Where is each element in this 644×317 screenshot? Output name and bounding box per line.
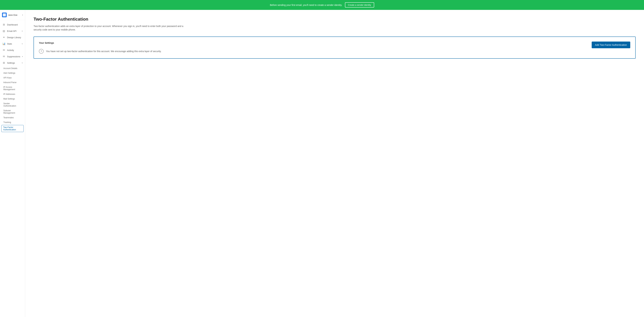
settings-icon: ⊞ [2, 61, 5, 64]
sidebar-item-label: Activity [7, 49, 14, 51]
stats-icon: 📊 [2, 42, 5, 45]
sidebar-item-design-library[interactable]: ✦ Design Library [0, 34, 25, 40]
settings-card: Your Settings ? You have not set up two-… [34, 37, 635, 58]
settings-card-wrapper: Your Settings ? You have not set up two-… [34, 36, 636, 59]
sidebar-item-mail-settings[interactable]: Mail Settings [0, 96, 25, 101]
sidebar-item-suppressions[interactable]: ✉ Suppressions ▾ [0, 53, 25, 60]
chevron-down-icon: ▾ [22, 56, 23, 57]
sidebar-item-label: Design Library [7, 36, 21, 39]
sidebar-item-api-keys[interactable]: API Keys [0, 75, 25, 80]
main-content: Two-Factor Authentication Two-factor aut… [25, 10, 644, 317]
card-left: Your Settings ? You have not set up two-… [39, 41, 161, 54]
sidebar-item-label: Suppressions [7, 55, 20, 58]
chevron-down-icon: ▾ [22, 30, 23, 32]
suppressions-icon: ✉ [2, 55, 5, 58]
card-info-row: ? You have not set up two-factor authent… [39, 49, 161, 54]
add-two-factor-authentication-button[interactable]: Add Two-Factor Authentication [592, 41, 630, 48]
chevron-down-icon: ▾ [22, 62, 23, 64]
sidebar-nav: ⊞ Dashboard ▤ Email API ▾ ✦ Design Libra… [0, 20, 25, 317]
avatar [2, 12, 7, 17]
chevron-down-icon: ▾ [22, 43, 23, 45]
sidebar-item-email-api[interactable]: ▤ Email API ▾ [0, 28, 25, 34]
banner-message: Before sending your first email, you'll … [270, 4, 342, 6]
dashboard-icon: ⊞ [2, 23, 5, 26]
question-circle-icon: ? [39, 49, 44, 54]
user-name: Jane Doe [8, 14, 21, 16]
settings-sub-nav: Account Details Alert Settings API Keys … [0, 66, 25, 132]
card-section-title: Your Settings [39, 41, 161, 44]
sidebar-item-subuser-management[interactable]: Subuser Management [0, 108, 25, 115]
sidebar-item-two-factor-authentication[interactable]: Two-Factor Authentication [1, 125, 24, 132]
card-info-text: You have not set up two-factor authentic… [46, 50, 161, 53]
chevron-down-icon: ▾ [22, 14, 23, 16]
sidebar-item-ip-addresses[interactable]: IP Addresses [0, 92, 25, 96]
top-banner: Before sending your first email, you'll … [0, 0, 644, 10]
user-menu[interactable]: Jane Doe ▾ [0, 10, 25, 20]
sidebar-item-stats[interactable]: 📊 Stats ▾ [0, 40, 25, 47]
sidebar-item-label: Stats [7, 42, 12, 45]
design-library-icon: ✦ [2, 36, 5, 39]
sidebar-item-tracking[interactable]: Tracking [0, 120, 25, 125]
sidebar: Jane Doe ▾ ⊞ Dashboard ▤ Email API ▾ [0, 10, 25, 317]
sidebar-item-account-details[interactable]: Account Details [0, 66, 25, 71]
page-title: Two-Factor Authentication [34, 16, 636, 22]
sidebar-item-inbound-parse[interactable]: Inbound Parse [0, 80, 25, 85]
sidebar-item-sender-authentication[interactable]: Sender Authentication [0, 101, 25, 108]
activity-icon: ✉ [2, 49, 5, 52]
sidebar-item-dashboard[interactable]: ⊞ Dashboard [0, 21, 25, 28]
sidebar-item-ip-access-management[interactable]: IP Access Management [0, 85, 25, 92]
sidebar-item-activity[interactable]: ✉ Activity [0, 47, 25, 53]
sidebar-item-label: Email API [7, 30, 16, 32]
create-sender-identity-button[interactable]: Create a sender identity [345, 2, 374, 7]
layout: Jane Doe ▾ ⊞ Dashboard ▤ Email API ▾ [0, 10, 644, 317]
sidebar-item-label: Settings [7, 62, 15, 64]
sidebar-item-label: Dashboard [7, 23, 18, 26]
avatar-inner [3, 13, 6, 16]
page-description: Two-factor authentication adds an extra … [34, 24, 184, 31]
sidebar-item-teammates[interactable]: Teammates [0, 115, 25, 120]
sidebar-item-settings[interactable]: ⊞ Settings ▾ [0, 60, 25, 66]
sidebar-item-alert-settings[interactable]: Alert Settings [0, 71, 25, 75]
email-api-icon: ▤ [2, 29, 5, 32]
